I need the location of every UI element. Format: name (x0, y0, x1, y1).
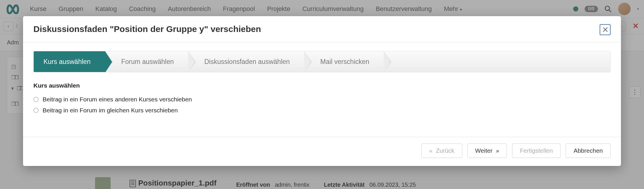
wizard-step-4[interactable]: Mail verschicken (304, 51, 384, 72)
radio-label: Beitrag in ein Forum im gleichen Kurs ve… (43, 107, 178, 114)
cancel-button[interactable]: Abbrechen (566, 143, 611, 158)
wizard-step-1[interactable]: Kurs auswählen (34, 51, 105, 72)
wizard-tail (384, 51, 610, 72)
move-thread-modal: Diskussionsfaden "Position der Gruppe y"… (23, 16, 621, 166)
finish-button[interactable]: Fertigstellen (512, 143, 560, 158)
radio-same-course[interactable]: Beitrag in ein Forum im gleichen Kurs ve… (33, 107, 611, 114)
next-button[interactable]: Weiter (467, 143, 507, 158)
modal-footer: Zurück Weiter Fertigstellen Abbrechen (23, 137, 621, 166)
modal-close-button[interactable]: ✕ (600, 24, 611, 35)
wizard-step-3[interactable]: Diskussionsfaden auswählen (188, 51, 304, 72)
radio-other-course[interactable]: Beitrag in ein Forum eines anderen Kurse… (33, 96, 611, 103)
modal-body: Kurs auswählen Forum auswählen Diskussio… (23, 42, 621, 117)
back-button[interactable]: Zurück (421, 143, 462, 158)
chevron-left-icon (429, 147, 432, 154)
wizard-steps: Kurs auswählen Forum auswählen Diskussio… (33, 51, 611, 72)
wizard-step-2[interactable]: Forum auswählen (105, 51, 188, 72)
modal-header: Diskussionsfaden "Position der Gruppe y"… (23, 16, 621, 42)
radio-icon (33, 108, 39, 113)
radio-label: Beitrag in ein Forum eines anderen Kurse… (43, 96, 192, 103)
modal-title: Diskussionsfaden "Position der Gruppe y"… (33, 24, 261, 34)
chevron-right-icon (496, 147, 499, 154)
radio-icon (33, 97, 39, 102)
section-heading: Kurs auswählen (33, 82, 611, 89)
radio-group: Beitrag in ein Forum eines anderen Kurse… (33, 96, 611, 114)
close-icon: ✕ (602, 25, 609, 35)
